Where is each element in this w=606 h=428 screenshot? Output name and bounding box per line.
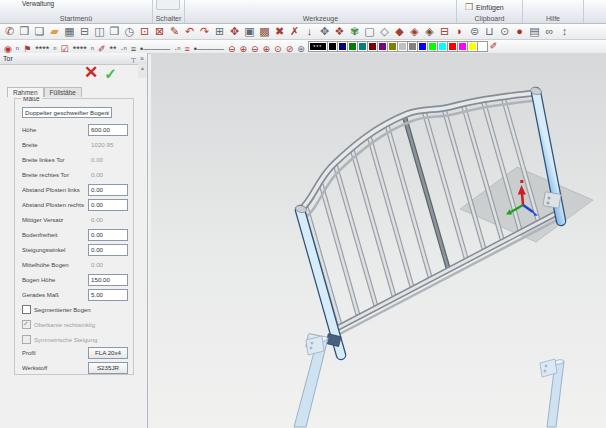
field-row: Bodenfreiheit 0.00 — [22, 227, 128, 242]
toolbar-icon[interactable]: ∞ — [542, 24, 557, 39]
toolbar-icon[interactable]: ◆ — [392, 24, 407, 39]
tab-rahmen[interactable]: Rahmen — [7, 87, 44, 97]
viewport-canvas[interactable] — [151, 53, 606, 428]
hinge-bracket-right[interactable] — [543, 192, 561, 209]
toolbar-icon[interactable]: ⊜ — [467, 24, 482, 39]
werkstoff-row: Werkstoff S235JR — [22, 362, 128, 374]
color-swatch[interactable] — [398, 42, 407, 51]
color-swatch[interactable] — [388, 42, 397, 51]
checkbox-segmentierter-bogen[interactable]: Segmentierter Bogen — [22, 302, 128, 317]
field-input[interactable]: 0.00 — [88, 259, 128, 271]
werkstoff-button[interactable]: S235JR — [88, 362, 128, 374]
ribbon-group-label: Clipboard — [457, 15, 522, 22]
einfuegen-button[interactable]: ❒ Einfügen — [462, 1, 507, 13]
checkbox-box[interactable] — [22, 335, 31, 344]
field-label: Bogen Höhe — [22, 277, 88, 283]
field-row: Breite rechtes Tor 0.00 — [22, 167, 128, 182]
toolbar-icon[interactable]: ◗ — [452, 24, 467, 39]
field-row: Breite linkes Tor 0.00 — [22, 152, 128, 167]
field-input[interactable]: 0.00 — [88, 199, 128, 211]
panel-title: Tor — [3, 55, 13, 62]
ribbon-group-label: Hilfe — [523, 15, 583, 22]
color-swatch[interactable] — [448, 42, 457, 51]
color-palette: *** ✐ — [309, 40, 500, 53]
checkbox-oberkante-rechtwinklig[interactable]: Oberkante rechtwinklig — [22, 317, 128, 332]
color-edit-icon[interactable]: ✐ — [488, 40, 500, 53]
toolbar-icon[interactable]: ▤ — [527, 24, 542, 39]
toolbar-icon[interactable]: ✾ — [347, 24, 362, 39]
field-input[interactable]: 0.00 — [88, 184, 128, 196]
color-swatch[interactable] — [348, 42, 357, 51]
schalter-partial-button[interactable] — [156, 0, 180, 10]
field-input[interactable]: 0.00 — [88, 244, 128, 256]
checkbox-symmetrische-steigung[interactable]: Symmetrische Steigung — [22, 332, 128, 347]
field-label: Breite rechtes Tor — [22, 172, 88, 178]
color-swatch[interactable] — [478, 42, 487, 51]
toolbar-icon[interactable]: ◈ — [422, 24, 437, 39]
field-input[interactable]: 5.00 — [88, 289, 128, 301]
field-row: Steigungswinkel 0.00 — [22, 242, 128, 257]
color-swatch[interactable] — [378, 42, 387, 51]
field-input[interactable]: 1020.95 — [88, 139, 128, 151]
checkbox-box[interactable] — [22, 305, 31, 314]
toolbar-icon[interactable]: ● — [512, 24, 527, 39]
close-icon[interactable]: × — [140, 55, 144, 62]
color-swatch[interactable] — [468, 42, 477, 51]
tab-fuellstaebe[interactable]: Füllstäbe — [44, 87, 82, 97]
ribbon-group-label: Werkzeuge — [185, 15, 456, 22]
field-label: Gerades Maß — [22, 292, 88, 298]
color-swatch[interactable] — [428, 42, 437, 51]
ground-post-left[interactable] — [294, 336, 328, 427]
toolbar-icon[interactable]: ▢ — [362, 24, 377, 39]
field-row: Gerades Maß 5.00 — [22, 287, 128, 302]
color-swatch[interactable] — [368, 42, 377, 51]
field-input[interactable]: 0.00 — [88, 169, 128, 181]
arch-type-value: Doppelter geschweifter Bogen — [25, 109, 108, 116]
toolbar-icon[interactable]: ⊟ — [437, 24, 452, 39]
toolbar-icon[interactable]: ◇ — [377, 24, 392, 39]
checkbox-section: Segmentierter Bogen Oberkante rechtwinkl… — [22, 302, 128, 347]
verwaltung-button[interactable]: Verwaltung — [22, 0, 54, 7]
color-swatch[interactable] — [338, 42, 347, 51]
field-input[interactable]: 0.00 — [88, 214, 128, 226]
main-area: Tor ┬ × ▲ ✕ ✓ Rahmen Füllstäbe Maße — [0, 53, 606, 428]
checkbox-box[interactable] — [22, 320, 31, 329]
ribbon-group-label: Schalter — [153, 15, 184, 22]
cancel-button[interactable]: ✕ — [84, 64, 98, 83]
ground-post-right[interactable] — [540, 359, 564, 427]
field-label: Mittelhöhe Bogen — [22, 262, 88, 268]
scroll-up-icon[interactable]: ▲ — [140, 65, 145, 71]
panel-scrollbar[interactable]: ▲ — [138, 64, 147, 78]
toolbar-icon[interactable]: ↕ — [557, 24, 572, 39]
werkstoff-label: Werkstoff — [22, 365, 88, 371]
viewport-3d[interactable] — [151, 53, 606, 428]
apply-button[interactable]: ✓ — [104, 64, 117, 83]
field-label: Mittiger Versatz — [22, 217, 88, 223]
field-input[interactable]: 600.00 — [88, 124, 128, 136]
color-swatch[interactable] — [438, 42, 447, 51]
color-swatch[interactable] — [408, 42, 417, 51]
active-color-swatch[interactable]: *** — [309, 42, 327, 51]
arch-type-dropdown[interactable]: Doppelter geschweifter Bogen ∨ — [22, 107, 112, 118]
field-label: Abstand Pfosten links — [22, 187, 88, 193]
toolbar-icon[interactable]: ◈ — [407, 24, 422, 39]
clipboard-paste-icon: ❒ — [465, 3, 473, 12]
toolbar-icon[interactable]: ❖ — [332, 24, 347, 39]
field-input[interactable]: 150.00 — [88, 274, 128, 286]
field-input[interactable]: 0.00 — [88, 154, 128, 166]
field-row: Abstand Pfosten rechts 0.00 — [22, 197, 128, 212]
color-swatch[interactable] — [328, 42, 337, 51]
ribbon-group-hilfe: Hilfe — [523, 0, 584, 23]
toolbar-icon[interactable]: ⊙ — [497, 24, 512, 39]
panel-tabs: Rahmen Füllstäbe — [7, 87, 82, 97]
field-label: Abstand Pfosten rechts — [22, 202, 88, 208]
field-input[interactable]: 0.00 — [88, 229, 128, 241]
color-swatch[interactable] — [358, 42, 367, 51]
field-row: Breite 1020.95 — [22, 137, 128, 152]
color-swatch[interactable] — [458, 42, 467, 51]
toolbar-icon[interactable]: ⊔ — [482, 24, 497, 39]
color-swatch[interactable] — [418, 42, 427, 51]
pin-icon[interactable]: ┬ — [131, 55, 136, 62]
toolbar-icon[interactable]: ✥ — [317, 24, 332, 39]
profil-button[interactable]: FLA 20x4 — [88, 347, 128, 359]
